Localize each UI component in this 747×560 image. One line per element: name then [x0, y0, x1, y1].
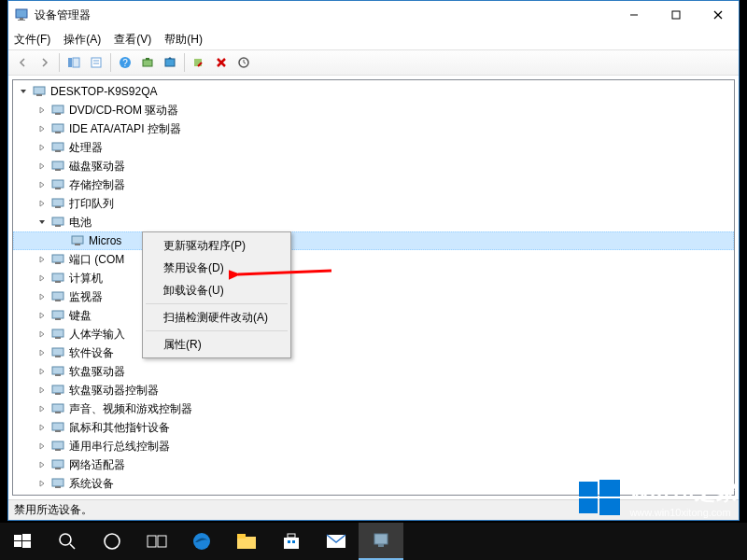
chevron-right-icon[interactable]: [35, 440, 49, 453]
computer-icon: [32, 84, 47, 99]
chevron-right-icon[interactable]: [35, 458, 49, 471]
menu-view[interactable]: 查看(V): [114, 32, 151, 48]
svg-point-72: [60, 534, 71, 545]
chevron-right-icon[interactable]: [35, 309, 49, 322]
titlebar[interactable]: 设备管理器: [8, 1, 739, 29]
tree-category[interactable]: 端口 (COM: [13, 250, 734, 269]
chevron-right-icon[interactable]: [35, 290, 49, 303]
tree-category[interactable]: 人体学输入: [13, 325, 734, 343]
device-category-icon: [50, 252, 65, 267]
tree-category[interactable]: 鼠标和其他指针设备: [13, 418, 734, 437]
device-category-icon: [50, 476, 65, 491]
task-view-icon[interactable]: [134, 523, 179, 560]
ctx-disable-device[interactable]: 禁用设备(D): [145, 257, 289, 279]
tree-category[interactable]: 软盘驱动器控制器: [13, 381, 734, 399]
tree-category[interactable]: 存储控制器: [13, 175, 734, 194]
ctx-scan-hardware[interactable]: 扫描检测硬件改动(A): [145, 306, 289, 329]
app-icon: [14, 7, 29, 22]
file-explorer-icon[interactable]: [224, 523, 269, 560]
menu-file[interactable]: 文件(F): [14, 32, 50, 48]
tree-category[interactable]: 网络适配器: [13, 455, 734, 474]
device-manager-window: 设备管理器 文件(F) 操作(A) 查看(V) 帮助(H) ?: [7, 0, 740, 521]
win10-logo-icon: [577, 476, 622, 521]
svg-rect-66: [579, 498, 598, 513]
chevron-right-icon[interactable]: [35, 178, 49, 191]
maximize-button[interactable]: [655, 1, 697, 28]
chevron-right-icon[interactable]: [35, 384, 49, 397]
search-icon[interactable]: [45, 523, 90, 560]
device-category-icon: [50, 121, 65, 136]
device-tree-panel[interactable]: DESKTOP-K9S92QADVD/CD-ROM 驱动器IDE ATA/ATA…: [12, 79, 735, 496]
tree-category[interactable]: 计算机: [13, 269, 734, 287]
watermark: Win10之家 www.win10xitong.com: [577, 476, 738, 521]
chevron-right-icon[interactable]: [35, 328, 49, 341]
ctx-update-driver[interactable]: 更新驱动程序(P): [145, 234, 289, 257]
help-button[interactable]: ?: [115, 52, 135, 73]
chevron-right-icon[interactable]: [35, 365, 49, 378]
svg-rect-32: [55, 206, 61, 208]
ctx-properties[interactable]: 属性(R): [145, 333, 289, 356]
tree-root[interactable]: DESKTOP-K9S92QA: [13, 82, 734, 101]
scan-changes-button[interactable]: [233, 52, 254, 73]
disable-device-button[interactable]: [189, 52, 209, 73]
scan-hardware-button[interactable]: [137, 52, 158, 73]
forward-button[interactable]: [35, 52, 55, 73]
chevron-right-icon[interactable]: [35, 253, 49, 266]
chevron-right-icon[interactable]: [35, 197, 49, 210]
uninstall-button[interactable]: [211, 52, 232, 73]
menu-action[interactable]: 操作(A): [63, 32, 101, 48]
svg-rect-49: [52, 367, 63, 374]
chevron-down-icon[interactable]: [35, 216, 49, 229]
device-manager-taskbar-icon[interactable]: [359, 523, 403, 560]
svg-rect-39: [52, 273, 63, 281]
svg-rect-56: [55, 430, 61, 432]
chevron-right-icon[interactable]: [35, 141, 49, 154]
tree-category[interactable]: 监视器: [13, 287, 734, 306]
svg-rect-20: [36, 94, 42, 96]
chevron-down-icon[interactable]: [17, 85, 30, 98]
tree-category[interactable]: 键盘: [13, 306, 734, 325]
mail-icon[interactable]: [314, 523, 359, 560]
tree-category[interactable]: 磁盘驱动器: [13, 157, 734, 175]
tree-category[interactable]: 电池: [13, 213, 734, 231]
chevron-right-icon[interactable]: [35, 104, 49, 117]
chevron-right-icon[interactable]: [35, 346, 49, 359]
menu-help[interactable]: 帮助(H): [164, 32, 203, 48]
update-driver-button[interactable]: [160, 52, 180, 73]
svg-rect-34: [55, 225, 61, 227]
svg-rect-24: [55, 132, 61, 133]
chevron-right-icon[interactable]: [35, 402, 49, 415]
svg-rect-79: [237, 534, 246, 539]
tree-category[interactable]: DVD/CD-ROM 驱动器: [13, 101, 734, 119]
ctx-uninstall-device[interactable]: 卸载设备(U): [145, 279, 289, 301]
store-icon[interactable]: [269, 523, 314, 560]
chevron-right-icon[interactable]: [35, 477, 49, 490]
tree-category[interactable]: 通用串行总线控制器: [13, 437, 734, 455]
back-button[interactable]: [12, 52, 33, 73]
tree-device-selected[interactable]: Micros: [13, 231, 734, 250]
tree-category[interactable]: IDE ATA/ATAPI 控制器: [13, 119, 734, 138]
svg-point-74: [105, 534, 120, 549]
properties-button[interactable]: [86, 52, 106, 73]
chevron-right-icon[interactable]: [35, 272, 49, 285]
device-category-icon: [50, 196, 65, 211]
tree-category[interactable]: 打印队列: [13, 194, 734, 213]
chevron-right-icon[interactable]: [35, 122, 49, 135]
svg-rect-1: [20, 18, 23, 20]
tree-category[interactable]: 软件设备: [13, 343, 734, 362]
svg-rect-51: [52, 385, 63, 393]
edge-icon[interactable]: [179, 523, 224, 560]
chevron-right-icon[interactable]: [35, 160, 49, 173]
tree-category[interactable]: 声音、视频和游戏控制器: [13, 399, 734, 418]
taskbar[interactable]: [0, 523, 747, 560]
cortana-icon[interactable]: [90, 523, 134, 560]
tree-category[interactable]: 处理器: [13, 138, 734, 157]
minimize-button[interactable]: [613, 1, 655, 28]
tree-category[interactable]: 软盘驱动器: [13, 362, 734, 381]
svg-rect-59: [52, 460, 63, 468]
start-button[interactable]: [0, 523, 45, 560]
close-button[interactable]: [697, 1, 739, 28]
chevron-right-icon[interactable]: [35, 421, 49, 434]
show-hide-tree-button[interactable]: [63, 52, 84, 73]
svg-rect-80: [284, 538, 299, 549]
